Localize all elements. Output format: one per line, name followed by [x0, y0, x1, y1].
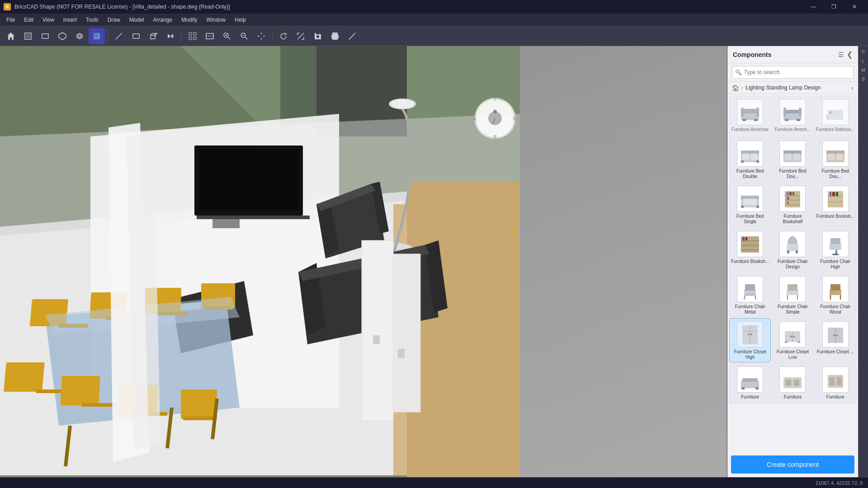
svg-rect-188	[741, 387, 745, 389]
svg-rect-109	[826, 114, 828, 120]
svg-rect-180	[785, 341, 788, 343]
svg-text:R: R	[513, 116, 516, 121]
component-chair-metal[interactable]: Furniture Chair Metal	[729, 273, 771, 317]
svg-point-48	[391, 99, 414, 108]
svg-rect-112	[741, 150, 759, 154]
toolbar-sections[interactable]	[202, 28, 218, 44]
svg-rect-186	[741, 381, 759, 388]
svg-rect-124	[836, 154, 843, 160]
component-bookshelf[interactable]: Furniture Bookshelf	[772, 183, 813, 227]
toolbar-rectangle[interactable]	[128, 28, 144, 44]
component-furniture3[interactable]: Furniture	[815, 363, 856, 404]
panel-toggle-1[interactable]: P	[859, 48, 868, 56]
toolbar-line[interactable]	[111, 28, 127, 44]
toolbar-pan[interactable]	[253, 28, 269, 44]
toolbar-sep2	[181, 30, 182, 42]
components-header: Components ☰ ❮	[727, 46, 858, 63]
toolbar-push-pull[interactable]	[145, 28, 161, 44]
svg-point-110	[829, 111, 832, 114]
svg-rect-122	[826, 150, 844, 154]
component-furniture1[interactable]: Furniture	[729, 363, 771, 404]
menu-file[interactable]: File	[2, 15, 19, 25]
component-bed-double2[interactable]: Furniture Bed Dou...	[772, 137, 813, 182]
svg-text:L: L	[474, 116, 477, 121]
menu-tools[interactable]: Tools	[81, 15, 103, 25]
menu-arrange[interactable]: Arrange	[149, 15, 177, 25]
toolbar-save[interactable]	[310, 28, 326, 44]
component-chair-wood[interactable]: Furniture Chair Wood	[815, 273, 856, 317]
menu-model[interactable]: Model	[125, 15, 149, 25]
menu-insert[interactable]: Insert	[59, 15, 81, 25]
svg-line-8	[116, 33, 122, 39]
menu-modify[interactable]: Modify	[177, 15, 202, 25]
menu-view[interactable]: View	[38, 15, 59, 25]
hamburger-icon[interactable]: ☰	[838, 51, 844, 58]
svg-rect-191	[786, 380, 791, 386]
component-closet3[interactable]: Furniture Closet ...	[815, 318, 856, 362]
svg-rect-150	[745, 237, 747, 240]
svg-rect-123	[828, 154, 835, 160]
toolbar-iso-view[interactable]	[54, 28, 71, 44]
svg-rect-120	[793, 154, 800, 160]
component-chair-simple[interactable]: Furniture Chair Simple	[772, 273, 813, 317]
window-controls[interactable]: — ❐ ✕	[803, 0, 864, 14]
component-bookshelf2[interactable]: Furniture Booksh...	[815, 183, 856, 227]
create-component-button[interactable]: Create component	[731, 455, 854, 474]
component-bookshelf3[interactable]: Furniture Booksh...	[729, 228, 771, 272]
svg-rect-59	[373, 335, 380, 344]
toolbar-zoom-magnify[interactable]	[219, 28, 235, 44]
toolbar-zoom-in[interactable]	[236, 28, 252, 44]
toolbar-shaded[interactable]	[89, 28, 105, 44]
component-armchair2[interactable]: Furniture Armch...	[772, 96, 813, 136]
panel-toggle-4[interactable]: S	[859, 75, 868, 83]
back-button[interactable]: ‹	[851, 84, 854, 91]
maximize-button[interactable]: ❐	[824, 0, 844, 14]
toolbar-mirror[interactable]	[162, 28, 179, 44]
menu-draw[interactable]: Draw	[103, 15, 125, 25]
component-label-closet3: Furniture Closet ...	[817, 349, 854, 355]
viewport[interactable]: T B L R	[0, 46, 727, 477]
toolbar-home[interactable]	[3, 28, 19, 44]
component-chair-high[interactable]: Furniture Chair High	[815, 228, 856, 272]
toolbar-print[interactable]	[327, 28, 343, 44]
minimize-button[interactable]: —	[803, 0, 824, 14]
toolbar-front-view[interactable]	[37, 28, 53, 44]
search-input[interactable]	[732, 66, 854, 79]
svg-rect-138	[787, 201, 789, 204]
component-chair-design[interactable]: Furniture Chair Design	[772, 228, 813, 272]
component-closet-low[interactable]: Furniture Closet Low	[772, 318, 813, 362]
components-panel: Components ☰ ❮ 🔍 🏠 › Lighting Standing L…	[727, 46, 858, 477]
toolbar-scale[interactable]	[292, 28, 309, 44]
svg-rect-9	[133, 34, 139, 38]
panel-toggle-3[interactable]: M	[859, 66, 868, 74]
component-bed-single[interactable]: Furniture Bed Single	[729, 183, 771, 227]
toolbar-rotate[interactable]	[275, 28, 292, 44]
component-bed-double3[interactable]: Furniture Bed Dou...	[815, 137, 856, 182]
menu-window[interactable]: Window	[202, 15, 231, 25]
component-furniture2[interactable]: Furniture	[772, 363, 813, 404]
toolbar-array[interactable]	[184, 28, 201, 44]
toolbar-perspective[interactable]	[71, 28, 88, 44]
panel-toggle-2[interactable]: L	[859, 57, 868, 65]
components-row-6: Furniture Furniture Furnit	[729, 363, 856, 404]
component-armchair[interactable]: Furniture Armchair	[729, 96, 771, 136]
close-button[interactable]: ✕	[844, 0, 864, 14]
svg-rect-2	[42, 34, 48, 38]
svg-rect-1	[26, 34, 30, 38]
menu-edit[interactable]: Edit	[19, 15, 38, 25]
component-closet-high[interactable]: Furniture Closet High	[729, 318, 771, 362]
toolbar-top-view[interactable]	[20, 28, 36, 44]
component-bathtub[interactable]: Furniture Bathroo...	[815, 96, 856, 136]
coordinates: 21067.4, 42232.72, 0	[816, 480, 863, 486]
component-label-chair-wood: Furniture Chair Wood	[816, 304, 855, 315]
component-bed-double[interactable]: Furniture Bed Double	[729, 137, 771, 182]
svg-marker-5	[78, 35, 81, 38]
menu-help[interactable]: Help	[230, 15, 250, 25]
component-label-chair-high: Furniture Chair High	[816, 259, 855, 270]
svg-rect-115	[741, 160, 744, 163]
toolbar-measure[interactable]	[344, 28, 360, 44]
svg-rect-75	[81, 403, 115, 407]
collapse-icon[interactable]: ❮	[847, 50, 853, 59]
home-icon[interactable]: 🏠	[732, 84, 739, 91]
svg-rect-151	[787, 244, 798, 251]
